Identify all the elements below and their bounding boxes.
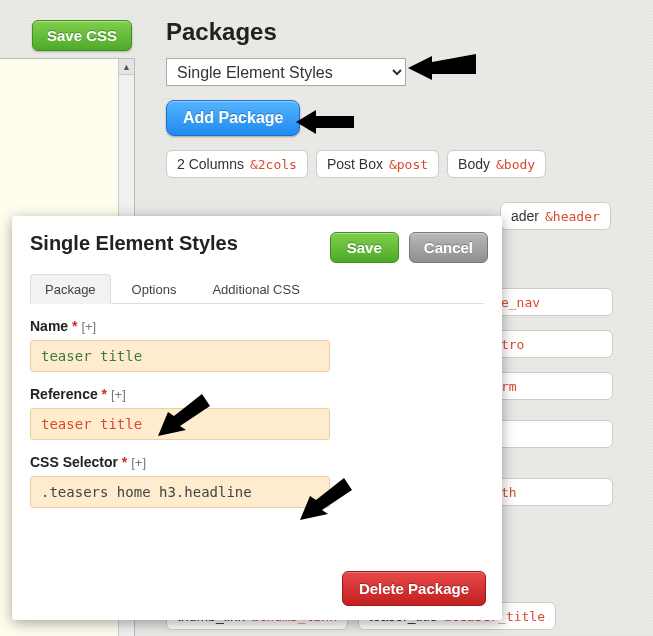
page-title: Packages [166, 18, 277, 46]
package-tag[interactable]: ll_width [483, 478, 613, 506]
package-tag-list-overflow: archive_nav nts_intro ent_form losed ll_… [483, 288, 633, 520]
tab-package[interactable]: Package [30, 274, 111, 304]
tab-options[interactable]: Options [117, 274, 192, 304]
name-input[interactable] [30, 340, 330, 372]
dialog-save-button[interactable]: Save [330, 232, 399, 263]
package-tag[interactable]: ader &header [500, 202, 611, 230]
delete-package-button[interactable]: Delete Package [342, 571, 486, 606]
tag-ref: &header [545, 209, 600, 224]
reference-label: Reference * [+] [30, 386, 484, 402]
package-tag[interactable]: archive_nav [483, 288, 613, 316]
save-css-button[interactable]: Save CSS [32, 20, 132, 51]
tag-label: Body [458, 156, 490, 172]
tab-additional-css[interactable]: Additional CSS [197, 274, 314, 304]
tag-label: 2 Columns [177, 156, 244, 172]
package-tag[interactable]: nts_intro [483, 330, 613, 358]
dialog-cancel-button[interactable]: Cancel [409, 232, 488, 263]
add-package-button[interactable]: Add Package [166, 100, 300, 136]
package-tag-list: 2 Columns &2cols Post Box &post Body &bo… [166, 150, 636, 178]
package-tag[interactable]: ent_form [483, 372, 613, 400]
package-type-select[interactable]: Single Element Styles [166, 58, 406, 86]
expand-icon[interactable]: [+] [81, 319, 96, 334]
tag-ref: &post [389, 157, 428, 172]
tag-ref: &body [496, 157, 535, 172]
expand-icon[interactable]: [+] [111, 387, 126, 402]
edit-package-dialog: Single Element Styles Save Cancel Packag… [12, 216, 502, 620]
package-tag[interactable]: Body &body [447, 150, 546, 178]
name-label: Name * [+] [30, 318, 484, 334]
reference-input[interactable] [30, 408, 330, 440]
tag-label: Post Box [327, 156, 383, 172]
css-selector-input[interactable] [30, 476, 330, 508]
scroll-up-icon[interactable]: ▲ [119, 59, 134, 75]
tag-label: ader [511, 208, 539, 224]
css-selector-label: CSS Selector * [+] [30, 454, 484, 470]
package-tag[interactable]: 2 Columns &2cols [166, 150, 308, 178]
package-tag[interactable]: Post Box &post [316, 150, 439, 178]
package-tag[interactable]: losed [483, 420, 613, 448]
required-icon: * [102, 386, 107, 402]
tag-ref: &2cols [250, 157, 297, 172]
expand-icon[interactable]: [+] [131, 455, 146, 470]
required-icon: * [72, 318, 77, 334]
dialog-tabs: Package Options Additional CSS [30, 273, 484, 304]
required-icon: * [122, 454, 127, 470]
